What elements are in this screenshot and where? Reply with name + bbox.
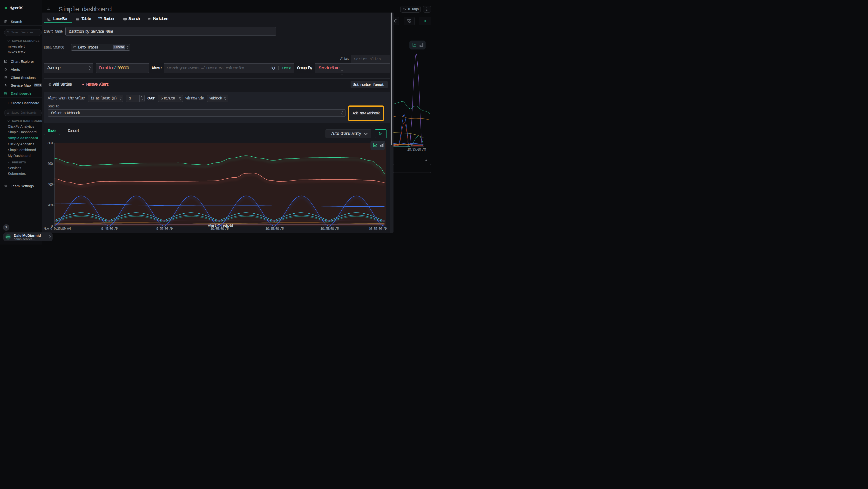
svg-text:10:25:00 AM: 10:25:00 AM <box>320 227 339 231</box>
svg-text:200: 200 <box>48 203 53 207</box>
svg-text:Nov 6 9:35:00 AM: Nov 6 9:35:00 AM <box>44 227 71 231</box>
svg-text:9:55:00 AM: 9:55:00 AM <box>156 227 173 231</box>
svg-text:9:45:00 AM: 9:45:00 AM <box>101 227 118 231</box>
svg-text:600: 600 <box>48 162 53 166</box>
svg-text:10:05:00 AM: 10:05:00 AM <box>210 227 229 231</box>
svg-text:10:35:00 AM: 10:35:00 AM <box>407 148 426 152</box>
svg-text:800: 800 <box>48 141 53 145</box>
svg-text:400: 400 <box>48 183 53 186</box>
svg-text:10:35:00 AM: 10:35:00 AM <box>368 227 387 231</box>
svg-text:10:15:00 AM: 10:15:00 AM <box>265 227 284 231</box>
